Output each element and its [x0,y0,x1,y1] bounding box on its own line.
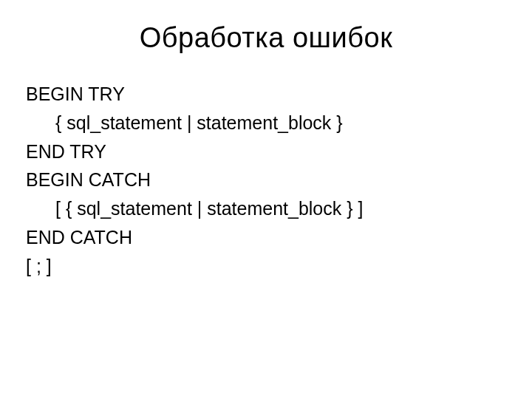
code-line: BEGIN TRY [26,80,510,109]
code-line: [ ; ] [26,252,510,281]
code-line: [ { sql_statement | statement_block } ] [26,194,510,223]
code-line: END TRY [26,137,510,166]
code-line: END CATCH [26,223,510,252]
code-line: { sql_statement | statement_block } [26,109,510,137]
code-block: BEGIN TRY { sql_statement | statement_bl… [22,80,510,280]
code-line: BEGIN CATCH [26,166,510,194]
slide-title: Обработка ошибок [22,22,510,54]
